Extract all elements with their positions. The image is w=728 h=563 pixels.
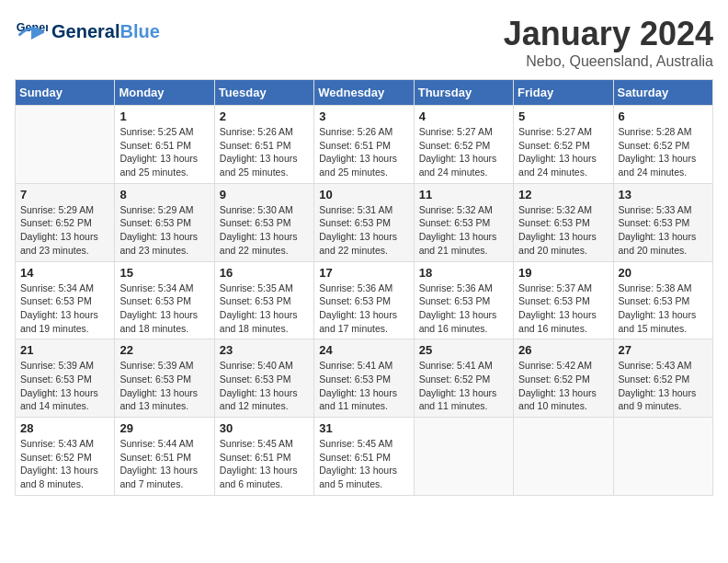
day-info: Sunrise: 5:39 AMSunset: 6:53 PMDaylight:… (20, 359, 109, 413)
calendar-cell: 11Sunrise: 5:32 AMSunset: 6:53 PMDayligh… (414, 183, 513, 261)
calendar-cell: 5Sunrise: 5:27 AMSunset: 6:52 PMDaylight… (514, 106, 613, 184)
day-info: Sunrise: 5:25 AMSunset: 6:51 PMDaylight:… (119, 125, 209, 179)
day-number: 11 (419, 188, 508, 201)
calendar-cell: 18Sunrise: 5:36 AMSunset: 6:53 PMDayligh… (414, 261, 513, 339)
day-number: 5 (518, 109, 608, 123)
logo-general: General (51, 21, 119, 41)
day-number: 16 (220, 266, 309, 280)
calendar-cell: 20Sunrise: 5:38 AMSunset: 6:53 PMDayligh… (613, 261, 712, 339)
calendar-cell (514, 418, 613, 496)
day-number: 6 (619, 109, 708, 123)
week-row-2: 7Sunrise: 5:29 AMSunset: 6:52 PMDaylight… (16, 183, 713, 261)
calendar-cell: 3Sunrise: 5:26 AMSunset: 6:51 PMDaylight… (314, 106, 414, 184)
calendar-cell: 24Sunrise: 5:41 AMSunset: 6:53 PMDayligh… (314, 339, 414, 418)
calendar-cell: 22Sunrise: 5:39 AMSunset: 6:53 PMDayligh… (115, 339, 214, 418)
day-info: Sunrise: 5:27 AMSunset: 6:52 PMDaylight:… (518, 125, 608, 179)
calendar-cell: 1Sunrise: 5:25 AMSunset: 6:51 PMDaylight… (115, 106, 214, 184)
day-number: 25 (419, 343, 508, 357)
day-number: 7 (20, 188, 109, 201)
day-info: Sunrise: 5:39 AMSunset: 6:53 PMDaylight:… (119, 359, 209, 413)
day-info: Sunrise: 5:29 AMSunset: 6:52 PMDaylight:… (20, 203, 109, 258)
day-info: Sunrise: 5:35 AMSunset: 6:53 PMDaylight:… (220, 282, 309, 336)
calendar-cell: 31Sunrise: 5:45 AMSunset: 6:51 PMDayligh… (314, 418, 414, 496)
calendar-cell: 7Sunrise: 5:29 AMSunset: 6:52 PMDaylight… (16, 183, 115, 261)
column-header-sunday: Sunday (16, 80, 115, 106)
column-header-thursday: Thursday (414, 80, 513, 106)
day-info: Sunrise: 5:29 AMSunset: 6:53 PMDaylight:… (119, 203, 209, 258)
calendar-cell: 4Sunrise: 5:27 AMSunset: 6:52 PMDaylight… (414, 106, 513, 184)
calendar-cell: 13Sunrise: 5:33 AMSunset: 6:53 PMDayligh… (613, 183, 712, 261)
day-info: Sunrise: 5:33 AMSunset: 6:53 PMDaylight:… (619, 203, 708, 258)
calendar-cell: 6Sunrise: 5:28 AMSunset: 6:52 PMDaylight… (613, 106, 712, 184)
calendar-header: SundayMondayTuesdayWednesdayThursdayFrid… (16, 80, 713, 106)
calendar-cell: 26Sunrise: 5:42 AMSunset: 6:52 PMDayligh… (514, 339, 613, 418)
calendar-cell: 30Sunrise: 5:45 AMSunset: 6:51 PMDayligh… (214, 418, 313, 496)
calendar-cell: 9Sunrise: 5:30 AMSunset: 6:53 PMDaylight… (214, 183, 313, 261)
calendar-cell: 23Sunrise: 5:40 AMSunset: 6:53 PMDayligh… (214, 339, 313, 418)
day-number: 2 (220, 109, 309, 123)
day-info: Sunrise: 5:40 AMSunset: 6:53 PMDaylight:… (220, 359, 309, 413)
calendar-cell: 8Sunrise: 5:29 AMSunset: 6:53 PMDaylight… (115, 183, 214, 261)
calendar-cell: 19Sunrise: 5:37 AMSunset: 6:53 PMDayligh… (514, 261, 613, 339)
calendar: SundayMondayTuesdayWednesdayThursdayFrid… (15, 79, 713, 496)
calendar-cell: 12Sunrise: 5:32 AMSunset: 6:53 PMDayligh… (514, 183, 613, 261)
day-number: 28 (20, 421, 109, 435)
week-row-1: 1Sunrise: 5:25 AMSunset: 6:51 PMDaylight… (16, 106, 713, 184)
day-info: Sunrise: 5:32 AMSunset: 6:53 PMDaylight:… (518, 203, 608, 258)
day-info: Sunrise: 5:36 AMSunset: 6:53 PMDaylight:… (319, 282, 408, 336)
week-row-3: 14Sunrise: 5:34 AMSunset: 6:53 PMDayligh… (16, 261, 713, 339)
day-info: Sunrise: 5:31 AMSunset: 6:53 PMDaylight:… (319, 203, 408, 258)
day-info: Sunrise: 5:44 AMSunset: 6:51 PMDaylight:… (119, 437, 209, 491)
day-number: 1 (119, 109, 209, 123)
day-number: 13 (619, 188, 708, 201)
day-number: 31 (319, 421, 408, 435)
day-info: Sunrise: 5:26 AMSunset: 6:51 PMDaylight:… (319, 125, 408, 179)
day-number: 23 (220, 343, 309, 357)
day-number: 15 (119, 266, 209, 280)
calendar-cell (613, 418, 712, 496)
calendar-cell: 29Sunrise: 5:44 AMSunset: 6:51 PMDayligh… (115, 418, 214, 496)
logo: General GeneralBlue (15, 15, 160, 48)
day-number: 29 (119, 421, 209, 435)
column-header-monday: Monday (115, 80, 214, 106)
day-number: 19 (518, 266, 608, 280)
day-number: 17 (319, 266, 408, 280)
day-number: 8 (119, 188, 209, 201)
calendar-cell: 27Sunrise: 5:43 AMSunset: 6:52 PMDayligh… (613, 339, 712, 418)
day-info: Sunrise: 5:42 AMSunset: 6:52 PMDaylight:… (518, 359, 608, 413)
logo-blue: Blue (119, 21, 159, 41)
week-row-5: 28Sunrise: 5:43 AMSunset: 6:52 PMDayligh… (16, 418, 713, 496)
day-number: 27 (619, 343, 708, 357)
day-info: Sunrise: 5:43 AMSunset: 6:52 PMDaylight:… (619, 359, 708, 413)
day-number: 12 (518, 188, 608, 201)
week-row-4: 21Sunrise: 5:39 AMSunset: 6:53 PMDayligh… (16, 339, 713, 418)
column-header-wednesday: Wednesday (314, 80, 414, 106)
header: General GeneralBlue January 2024 Nebo, Q… (15, 15, 713, 70)
day-info: Sunrise: 5:30 AMSunset: 6:53 PMDaylight:… (220, 203, 309, 258)
location-subtitle: Nebo, Queensland, Australia (504, 53, 713, 70)
day-info: Sunrise: 5:38 AMSunset: 6:53 PMDaylight:… (619, 282, 708, 336)
day-number: 3 (319, 109, 408, 123)
day-number: 26 (518, 343, 608, 357)
day-info: Sunrise: 5:45 AMSunset: 6:51 PMDaylight:… (319, 437, 408, 491)
day-number: 18 (419, 266, 508, 280)
day-info: Sunrise: 5:45 AMSunset: 6:51 PMDaylight:… (220, 437, 309, 491)
day-number: 20 (619, 266, 708, 280)
calendar-cell: 15Sunrise: 5:34 AMSunset: 6:53 PMDayligh… (115, 261, 214, 339)
day-info: Sunrise: 5:43 AMSunset: 6:52 PMDaylight:… (20, 437, 109, 491)
day-info: Sunrise: 5:34 AMSunset: 6:53 PMDaylight:… (20, 282, 109, 336)
calendar-cell: 10Sunrise: 5:31 AMSunset: 6:53 PMDayligh… (314, 183, 414, 261)
calendar-cell (414, 418, 513, 496)
calendar-cell: 2Sunrise: 5:26 AMSunset: 6:51 PMDaylight… (214, 106, 313, 184)
column-header-friday: Friday (514, 80, 613, 106)
day-info: Sunrise: 5:37 AMSunset: 6:53 PMDaylight:… (518, 282, 608, 336)
day-info: Sunrise: 5:36 AMSunset: 6:53 PMDaylight:… (419, 282, 508, 336)
day-number: 4 (419, 109, 508, 123)
day-info: Sunrise: 5:34 AMSunset: 6:53 PMDaylight:… (119, 282, 209, 336)
day-info: Sunrise: 5:32 AMSunset: 6:53 PMDaylight:… (419, 203, 508, 258)
column-header-tuesday: Tuesday (214, 80, 313, 106)
logo-icon: General (15, 15, 48, 48)
title-area: January 2024 Nebo, Queensland, Australia (504, 15, 713, 70)
calendar-cell: 21Sunrise: 5:39 AMSunset: 6:53 PMDayligh… (16, 339, 115, 418)
day-info: Sunrise: 5:41 AMSunset: 6:53 PMDaylight:… (319, 359, 408, 413)
